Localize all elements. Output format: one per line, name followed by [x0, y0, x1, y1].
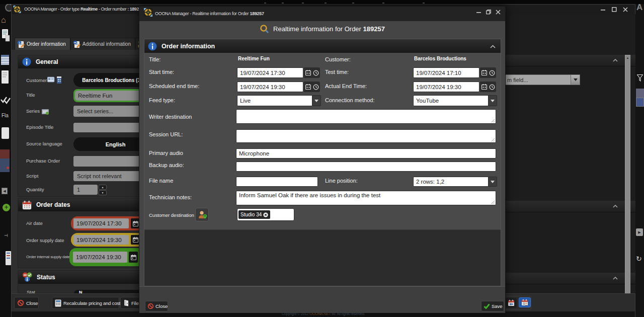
collapse-left-icon[interactable]: ⊣ — [4, 233, 8, 238]
colored-doc-icon[interactable] — [6, 251, 11, 265]
recalculate-button[interactable]: Recalculate pricing and cost — [52, 297, 119, 309]
start-time-clock-button[interactable] — [312, 67, 320, 78]
realtime-info-dialog: OOONA Manager - Realtime information for… — [139, 6, 506, 312]
stepper-down-icon[interactable]: ▼ — [99, 190, 107, 195]
scheduled-end-input[interactable]: 19/07/2024 19:30 — [237, 82, 303, 92]
general-group-header[interactable]: General — [18, 55, 149, 68]
main-close-footer-button[interactable]: Close — [14, 297, 39, 309]
feed-type-arrow[interactable] — [312, 95, 321, 106]
right-scrollbar[interactable]: ▲ ▼ — [625, 55, 630, 298]
start-time-calendar-button[interactable] — [304, 67, 312, 78]
customer-destination-picker-button[interactable] — [195, 208, 209, 221]
red-thumbnail[interactable] — [0, 149, 10, 158]
dialog-maximize-button[interactable] — [486, 9, 492, 15]
status-group: Status Stat N — [18, 270, 149, 293]
test-time-calendar-button[interactable] — [480, 67, 488, 78]
backup-audio-input[interactable] — [236, 162, 496, 172]
air-date-value: 19/07/2024 17:30 — [76, 220, 122, 226]
remove-tag-icon[interactable] — [263, 212, 268, 217]
line-position-dropdown[interactable]: 2 rows: 1,2 — [413, 177, 497, 187]
feed-type-dropdown[interactable]: Live — [237, 95, 321, 106]
calendar-red-icon — [22, 200, 32, 210]
destination-tag: Studio 34 — [238, 210, 270, 219]
custom-field-dropdown[interactable]: m field... — [504, 74, 580, 85]
primary-audio-input[interactable]: Microphone — [236, 148, 496, 158]
scroll-up-icon[interactable]: ▲ — [625, 56, 630, 59]
calendar-back-button[interactable] — [506, 298, 517, 308]
main-minimize-button[interactable] — [600, 7, 606, 13]
actual-end-clock-button[interactable] — [488, 82, 496, 92]
file-name-label: File name — [149, 178, 173, 184]
table-icon[interactable] — [1, 54, 10, 65]
connection-method-arrow[interactable] — [489, 95, 497, 106]
customer-destination-input[interactable]: Studio 34 — [237, 208, 294, 221]
stepper-up-icon[interactable]: ▲ — [99, 185, 107, 190]
close-label: Close — [26, 300, 38, 306]
collapse-chevron-icon[interactable] — [490, 45, 496, 48]
air-date-input[interactable]: 19/07/2024 17:30 — [73, 218, 129, 228]
filter-icon[interactable] — [637, 74, 643, 82]
swatch-icon[interactable] — [2, 127, 9, 139]
status-group-header[interactable]: Status — [18, 271, 149, 284]
episode-label: Episode Title — [26, 124, 53, 130]
scroll-left-icon[interactable]: ◀ — [2, 188, 8, 194]
tab-bar: i Order information Additional informati… — [15, 38, 147, 50]
refresh-icon[interactable]: ↻ — [636, 255, 642, 263]
order-supply-date-input[interactable]: 19/07/2024 19:30 — [73, 235, 129, 245]
start-time-input[interactable]: 19/07/2024 17:30 — [237, 67, 303, 78]
custom-field-dropdown-arrow[interactable] — [571, 74, 580, 85]
top-strip — [0, 0, 644, 4]
status-header-label: Status — [37, 274, 55, 281]
expand-right-icon[interactable]: ▶ — [636, 228, 643, 236]
order-dates-group-header[interactable]: Order dates — [18, 198, 149, 211]
order-info-tab-icon: i — [17, 40, 25, 48]
order-information-section-header[interactable]: Order information — [144, 39, 501, 53]
document2-icon[interactable] — [1, 70, 9, 84]
file-name-input[interactable] — [236, 177, 318, 187]
connection-method-dropdown[interactable]: YouTube — [413, 95, 497, 106]
order-internal-supply-date-input[interactable]: 19/07/2024 19:30 — [73, 252, 127, 263]
quantity-input[interactable]: 1 — [73, 185, 98, 195]
dialog-close-button[interactable] — [495, 9, 501, 15]
line-position-arrow[interactable] — [489, 177, 497, 187]
actual-end-input[interactable]: 19/07/2024 19:30 — [413, 82, 479, 92]
actual-end-calendar-button[interactable] — [480, 82, 488, 92]
dialog-minimize-button[interactable] — [476, 9, 482, 15]
series-icon[interactable] — [42, 108, 49, 115]
technician-notes-value: Inform Samuel Oak if there are issues in… — [239, 192, 380, 198]
writer-destination-textarea[interactable] — [236, 109, 496, 124]
dialog-close-footer-button[interactable]: Close — [145, 301, 168, 311]
scheduled-end-calendar-button[interactable] — [304, 82, 312, 92]
order-internal-calendar-button[interactable] — [129, 252, 138, 263]
session-url-textarea[interactable] — [236, 129, 496, 143]
close-label: Close — [155, 303, 168, 309]
test-time-clock-button[interactable] — [488, 67, 496, 78]
main-maximize-button[interactable] — [611, 7, 617, 13]
tab-order-information[interactable]: i Order information — [15, 38, 70, 50]
main-close-button[interactable] — [622, 7, 628, 13]
blue-thumbnail[interactable] — [0, 158, 10, 172]
technician-notes-textarea[interactable]: Inform Samuel Oak if there are issues in… — [236, 191, 496, 205]
dialog-heading-text: Realtime information for Order 189257 — [273, 25, 385, 33]
panel-thumbnail-2[interactable] — [636, 98, 644, 107]
connection-method-value: YouTube — [413, 95, 489, 106]
document-icon[interactable] — [2, 29, 10, 42]
calendar-person-button[interactable] — [519, 297, 531, 307]
test-time-input[interactable]: 19/07/2024 17:10 — [413, 67, 479, 78]
customer-card-icon[interactable] — [47, 76, 55, 83]
dialog-save-button[interactable]: Save — [481, 301, 504, 311]
section-header-label: Order information — [162, 43, 215, 50]
scheduled-end-clock-button[interactable] — [312, 82, 320, 92]
add-button[interactable]: + — [3, 204, 10, 211]
quantity-stepper[interactable]: ▲▼ — [99, 185, 107, 195]
no-entry-icon — [17, 299, 24, 306]
backup-audio-label: Backup audio: — [149, 162, 184, 168]
actual-end-buttons — [480, 82, 496, 92]
tab-additional-information[interactable]: Additional information — [70, 38, 135, 50]
panel-thumbnail-1[interactable] — [636, 89, 644, 98]
person-pin-icon — [197, 210, 207, 220]
home-icon[interactable]: ⌂ — [1, 16, 6, 25]
calculator-icon — [55, 299, 61, 307]
customer-building-icon[interactable] — [56, 76, 63, 84]
double-check-icon[interactable] — [1, 96, 11, 105]
